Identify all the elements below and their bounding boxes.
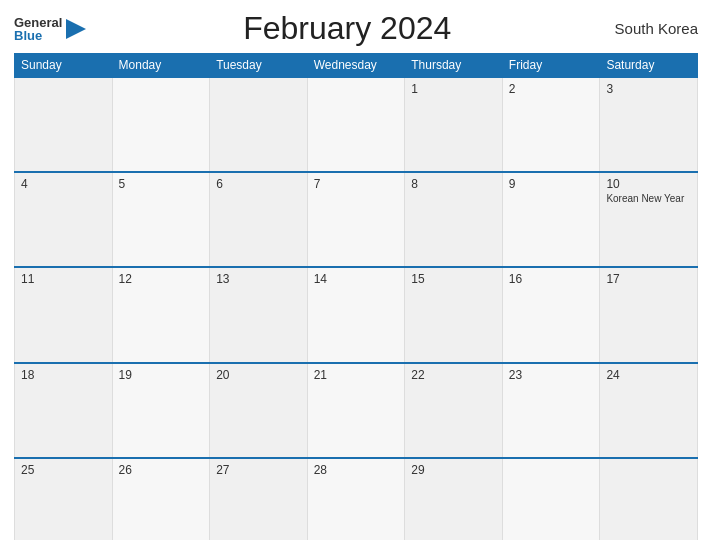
table-row: 123 xyxy=(15,77,698,172)
calendar-cell: 19 xyxy=(112,363,210,458)
calendar-cell: 3 xyxy=(600,77,698,172)
logo-blue-text: Blue xyxy=(14,29,62,42)
day-number: 26 xyxy=(119,463,204,477)
day-number: 4 xyxy=(21,177,106,191)
logo: General Blue xyxy=(14,16,86,42)
col-sunday: Sunday xyxy=(15,54,113,78)
calendar-cell: 26 xyxy=(112,458,210,540)
day-number: 17 xyxy=(606,272,691,286)
col-monday: Monday xyxy=(112,54,210,78)
day-number: 18 xyxy=(21,368,106,382)
calendar-cell: 11 xyxy=(15,267,113,362)
calendar-cell xyxy=(15,77,113,172)
col-thursday: Thursday xyxy=(405,54,503,78)
day-number: 25 xyxy=(21,463,106,477)
day-number: 13 xyxy=(216,272,301,286)
calendar-cell xyxy=(600,458,698,540)
calendar-cell: 5 xyxy=(112,172,210,267)
table-row: 2526272829 xyxy=(15,458,698,540)
day-number: 1 xyxy=(411,82,496,96)
table-row: 11121314151617 xyxy=(15,267,698,362)
day-event: Korean New Year xyxy=(606,193,691,204)
calendar-cell: 2 xyxy=(502,77,600,172)
calendar-cell: 27 xyxy=(210,458,308,540)
day-number: 20 xyxy=(216,368,301,382)
calendar-cell: 16 xyxy=(502,267,600,362)
calendar-cell: 29 xyxy=(405,458,503,540)
day-number: 12 xyxy=(119,272,204,286)
calendar-cell: 17 xyxy=(600,267,698,362)
day-number: 6 xyxy=(216,177,301,191)
svg-marker-0 xyxy=(66,19,86,39)
day-number: 14 xyxy=(314,272,399,286)
calendar-cell: 25 xyxy=(15,458,113,540)
logo-general-text: General xyxy=(14,16,62,29)
day-number: 7 xyxy=(314,177,399,191)
calendar-cell: 24 xyxy=(600,363,698,458)
calendar-table: Sunday Monday Tuesday Wednesday Thursday… xyxy=(14,53,698,540)
calendar-cell xyxy=(307,77,405,172)
calendar-cell: 20 xyxy=(210,363,308,458)
day-number: 5 xyxy=(119,177,204,191)
day-number: 29 xyxy=(411,463,496,477)
day-number: 3 xyxy=(606,82,691,96)
calendar-cell: 12 xyxy=(112,267,210,362)
logo-flag-icon xyxy=(66,19,86,39)
calendar-cell: 14 xyxy=(307,267,405,362)
calendar-cell: 6 xyxy=(210,172,308,267)
day-number: 22 xyxy=(411,368,496,382)
calendar-page: General Blue February 2024 South Korea S… xyxy=(0,0,712,550)
day-number: 24 xyxy=(606,368,691,382)
calendar-cell: 21 xyxy=(307,363,405,458)
calendar-cell: 8 xyxy=(405,172,503,267)
day-number: 19 xyxy=(119,368,204,382)
day-number: 15 xyxy=(411,272,496,286)
calendar-cell: 15 xyxy=(405,267,503,362)
day-number: 10 xyxy=(606,177,691,191)
col-saturday: Saturday xyxy=(600,54,698,78)
day-number: 16 xyxy=(509,272,594,286)
day-number: 11 xyxy=(21,272,106,286)
col-friday: Friday xyxy=(502,54,600,78)
page-title: February 2024 xyxy=(86,10,608,47)
calendar-cell: 13 xyxy=(210,267,308,362)
day-number: 8 xyxy=(411,177,496,191)
col-wednesday: Wednesday xyxy=(307,54,405,78)
calendar-cell: 7 xyxy=(307,172,405,267)
calendar-cell: 23 xyxy=(502,363,600,458)
table-row: 45678910Korean New Year xyxy=(15,172,698,267)
table-row: 18192021222324 xyxy=(15,363,698,458)
day-number: 28 xyxy=(314,463,399,477)
calendar-cell xyxy=(210,77,308,172)
calendar-cell: 18 xyxy=(15,363,113,458)
day-number: 2 xyxy=(509,82,594,96)
day-number: 23 xyxy=(509,368,594,382)
calendar-cell: 22 xyxy=(405,363,503,458)
country-label: South Korea xyxy=(608,20,698,37)
calendar-cell xyxy=(502,458,600,540)
calendar-cell: 9 xyxy=(502,172,600,267)
calendar-cell: 1 xyxy=(405,77,503,172)
day-number: 21 xyxy=(314,368,399,382)
calendar-cell xyxy=(112,77,210,172)
calendar-cell: 28 xyxy=(307,458,405,540)
calendar-header-row: Sunday Monday Tuesday Wednesday Thursday… xyxy=(15,54,698,78)
day-number: 9 xyxy=(509,177,594,191)
col-tuesday: Tuesday xyxy=(210,54,308,78)
calendar-cell: 4 xyxy=(15,172,113,267)
day-number: 27 xyxy=(216,463,301,477)
calendar-header: General Blue February 2024 South Korea xyxy=(14,10,698,53)
calendar-cell: 10Korean New Year xyxy=(600,172,698,267)
